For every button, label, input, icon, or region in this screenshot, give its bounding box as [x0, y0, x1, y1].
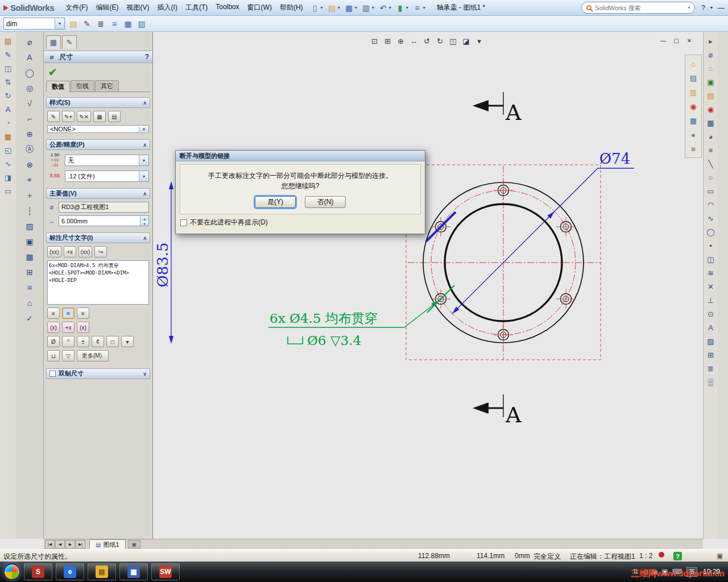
- taskbar-explorer-folder-icon[interactable]: ▤: [88, 563, 116, 580]
- note-tool-icon[interactable]: A: [705, 321, 717, 334]
- yes-button[interactable]: 是(Y): [255, 196, 296, 208]
- print-icon[interactable]: ▥: [361, 2, 372, 14]
- dimension-name-field[interactable]: RD3@工程视图1: [59, 202, 149, 213]
- refresh-view-icon[interactable]: ↻: [434, 35, 446, 47]
- task-pane-custom-props-icon[interactable]: ≡: [687, 143, 700, 155]
- home-resources-icon[interactable]: ⌂: [705, 62, 717, 74]
- task-pane-search-icon[interactable]: ◉: [687, 100, 700, 113]
- auxiliary-view-icon[interactable]: ↻: [2, 89, 14, 102]
- section-style-header[interactable]: 样式(S) ∧: [46, 97, 150, 108]
- style-dropdown[interactable]: <NONE> ▾: [47, 125, 149, 133]
- point-tool-icon[interactable]: •: [705, 239, 717, 252]
- square-symbol-button[interactable]: □: [106, 336, 119, 347]
- chevron-down-icon[interactable]: ∨: [143, 371, 147, 377]
- degree-symbol-button[interactable]: °: [62, 336, 75, 347]
- line-format-icon[interactable]: ≡: [109, 18, 120, 30]
- hole-callout-line2[interactable]: Ø6 ▽3.4: [307, 333, 361, 348]
- rebuild-icon[interactable]: ▮: [395, 2, 406, 14]
- dim-value-token-button[interactable]: (xx): [47, 246, 61, 257]
- projected-view-icon[interactable]: ⇅: [2, 76, 14, 88]
- hole-callout-line1[interactable]: 6x Ø4.5 均布贯穿: [270, 311, 378, 326]
- restore-text-button[interactable]: ↪: [94, 246, 107, 257]
- chevron-up-icon[interactable]: ∧: [143, 142, 147, 148]
- previous-view-icon[interactable]: ↺: [421, 35, 433, 47]
- ellipse-tool-icon[interactable]: ◯: [705, 226, 717, 238]
- new-document-icon[interactable]: ▯: [309, 2, 321, 14]
- custom-properties-icon[interactable]: ≡: [705, 144, 717, 156]
- dialog-title-bar[interactable]: 断开与模型的链接: [176, 151, 425, 161]
- spinner-down-icon[interactable]: ▾: [140, 221, 148, 226]
- auto-balloon-icon[interactable]: ◎: [22, 81, 38, 95]
- broken-out-view-icon[interactable]: ∿: [2, 157, 14, 170]
- menu-item[interactable]: 编辑(E): [92, 1, 123, 14]
- geometric-tolerance-icon[interactable]: ⊕: [22, 127, 38, 141]
- spline-tool-icon[interactable]: ∿: [705, 212, 717, 225]
- sheet-format-icon[interactable]: ▤: [2, 35, 14, 47]
- solidworks-search-icon[interactable]: ◉: [705, 103, 717, 115]
- chevron-up-icon[interactable]: ∧: [143, 235, 147, 241]
- combo-caret-icon[interactable]: ▾: [55, 18, 64, 29]
- dimension-outer-diameter-text[interactable]: Ø83.5: [154, 242, 171, 287]
- note-icon[interactable]: A: [22, 50, 38, 64]
- dimension-value-spinner[interactable]: 6.000mm ▴ ▾: [59, 215, 149, 226]
- weld-symbol-icon[interactable]: ⌐: [22, 111, 38, 126]
- task-pane-appearances-icon[interactable]: ●: [687, 128, 700, 141]
- taskbar-solidworks-dm-icon[interactable]: S: [24, 563, 52, 580]
- task-pane-design-library-icon[interactable]: ▤: [687, 72, 700, 84]
- no-button[interactable]: 否(N): [305, 196, 346, 208]
- caret-down-icon[interactable]: ▾: [389, 5, 391, 10]
- undo-icon[interactable]: ↶: [378, 2, 389, 14]
- balloon-icon[interactable]: ◯: [22, 65, 38, 80]
- section-mark-top[interactable]: A: [473, 92, 522, 125]
- table-format-icon[interactable]: ▦: [122, 18, 134, 30]
- section-view-icon[interactable]: ▦: [2, 130, 14, 143]
- datum-feature-icon[interactable]: Ⓐ: [22, 142, 38, 156]
- smart-dimension-icon[interactable]: ⌀: [705, 48, 717, 61]
- panel-help-icon[interactable]: ?: [145, 53, 149, 61]
- table-tool-icon[interactable]: ⊞: [705, 348, 717, 361]
- tangent-arc-icon[interactable]: ⊙: [705, 307, 717, 320]
- dropdown-caret-icon[interactable]: ▾: [139, 171, 148, 181]
- display-pane-tab-icon[interactable]: ✎: [62, 35, 77, 49]
- save-icon[interactable]: ▦: [344, 2, 355, 14]
- hole-callout-icon[interactable]: ⌖: [22, 173, 38, 187]
- search-caret-icon[interactable]: ▾: [688, 5, 690, 10]
- block-icon[interactable]: ▣: [22, 234, 38, 248]
- detail-view-icon[interactable]: ◔: [2, 117, 14, 129]
- status-pane-toggle-icon[interactable]: ▣: [717, 552, 723, 560]
- taskbar-solidworks-icon[interactable]: SW: [151, 563, 180, 580]
- section-mark-bottom[interactable]: A: [473, 394, 522, 427]
- rectangle-tool-icon[interactable]: ▭: [705, 185, 717, 197]
- help-button[interactable]: ?: [701, 4, 705, 12]
- status-alert-icon[interactable]: [659, 552, 664, 558]
- zoom-fit-icon[interactable]: ⊡: [369, 35, 380, 47]
- dimension-text-area[interactable]: 6x<MOD-DIAM>4.5 均布贯穿 <HOLE-SPOT><MOD-DIA…: [47, 260, 149, 305]
- task-pane-file-explorer-icon[interactable]: ▥: [687, 86, 700, 98]
- caret-down-icon[interactable]: ▾: [372, 5, 374, 10]
- dimension-bolt-circle-text[interactable]: Ø74: [599, 150, 630, 167]
- save-style-button[interactable]: ▦: [93, 111, 106, 122]
- color-display-icon[interactable]: ▨: [136, 18, 147, 30]
- annotation-note-icon[interactable]: A: [2, 103, 14, 115]
- dropdown-caret-icon[interactable]: ▾: [139, 127, 148, 132]
- diameter-symbol-button[interactable]: Ø: [47, 336, 60, 347]
- centerline-icon[interactable]: ┆: [22, 203, 38, 218]
- help-caret-icon[interactable]: ▾: [710, 5, 713, 10]
- dimension-bolt-circle[interactable]: Ø74: [452, 150, 634, 314]
- zoom-in-out-icon[interactable]: ⊕: [395, 35, 407, 47]
- surface-finish-icon[interactable]: √: [22, 96, 38, 110]
- menu-item[interactable]: 文件(F): [61, 1, 92, 14]
- collapse-task-pane-icon[interactable]: ▸: [705, 35, 717, 47]
- style-folder-icon[interactable]: ▤: [68, 18, 79, 30]
- empty-view-icon[interactable]: ▭: [2, 185, 14, 197]
- tab-leaders[interactable]: 引线: [71, 80, 94, 92]
- task-pane-resources-icon[interactable]: ⌂: [687, 57, 700, 70]
- menu-item[interactable]: 窗口(W): [243, 1, 276, 14]
- open-document-icon[interactable]: ▤: [326, 2, 338, 14]
- zoom-area-icon[interactable]: ⊞: [382, 35, 394, 47]
- sheet-tab[interactable]: ▤ 图纸1: [89, 539, 126, 549]
- add-style-button[interactable]: ✎+: [62, 111, 75, 122]
- break-view-icon[interactable]: ◨: [2, 171, 14, 184]
- align-right-button[interactable]: ≡: [77, 307, 89, 319]
- pan-icon[interactable]: ↔: [408, 35, 420, 47]
